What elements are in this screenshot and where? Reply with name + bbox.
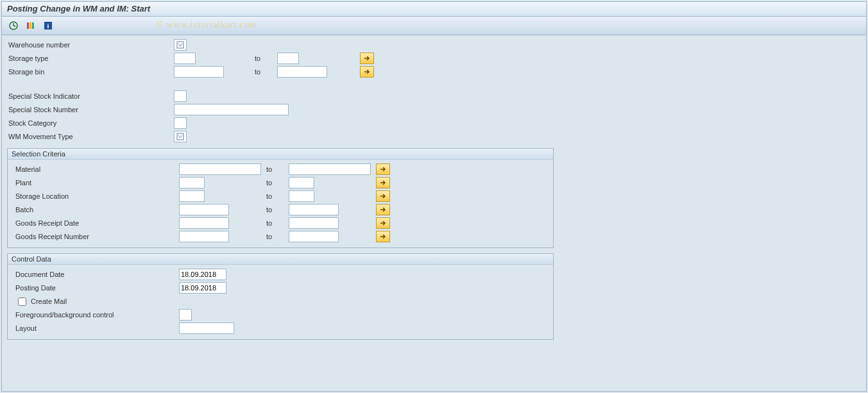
stock-category-input[interactable] [174,117,187,129]
material-to-input[interactable] [289,163,371,175]
plant-more-button[interactable] [376,177,390,188]
warehouse-number-label: Warehouse number [3,41,174,49]
document-date-label: Document Date [9,271,179,278]
gr-number-to-input[interactable] [289,231,339,242]
variant-button[interactable] [23,19,38,33]
info-button[interactable]: i [40,19,56,33]
plant-to-input[interactable] [289,177,314,188]
svg-line-2 [13,26,15,26]
arrow-right-icon [363,69,371,75]
app-window: Posting Change in WM and IM: Start i © w… [1,1,867,392]
fg-bg-control-input[interactable] [179,309,192,321]
svg-rect-4 [30,22,31,29]
search-help-icon [176,133,184,140]
to-label: to [255,54,277,62]
storage-bin-more-button[interactable] [360,66,374,78]
to-label: to [266,192,289,200]
toolbar: i © www.tutorialkart.com [2,17,866,35]
gr-number-label: Goods Receipt Number [9,233,179,240]
arrow-right-icon [379,166,387,172]
storage-type-to-input[interactable] [277,53,299,64]
form-area: Warehouse number Storage type to Storage… [2,35,866,342]
to-label: to [266,165,289,173]
selection-criteria-group: Selection Criteria Material to Plant to [7,148,554,248]
to-label: to [266,233,289,240]
info-icon: i [43,21,53,31]
document-date-input[interactable] [179,269,226,280]
material-from-input[interactable] [179,163,261,175]
warehouse-number-input[interactable] [174,39,187,51]
batch-more-button[interactable] [376,204,390,215]
posting-date-label: Posting Date [9,284,179,292]
page-title: Posting Change in WM and IM: Start [7,4,150,13]
svg-text:i: i [47,22,49,29]
arrow-right-icon [363,55,371,62]
batch-label: Batch [9,206,179,213]
to-label: to [266,179,289,187]
layout-input[interactable] [179,322,234,334]
gr-date-from-input[interactable] [179,217,229,229]
arrow-right-icon [379,233,387,240]
clock-execute-icon [8,21,19,31]
storage-type-from-input[interactable] [174,53,196,64]
storage-bin-label: Storage bin [3,68,174,76]
batch-to-input[interactable] [289,204,339,215]
arrow-right-icon [379,220,387,226]
wm-movement-type-input[interactable] [174,131,187,142]
fg-bg-control-label: Foreground/background control [9,311,179,319]
storage-location-to-input[interactable] [289,190,314,202]
material-more-button[interactable] [376,163,390,175]
storage-location-label: Storage Location [9,192,179,200]
stock-category-label: Stock Category [3,119,174,127]
create-mail-label: Create Mail [31,297,67,305]
gr-date-label: Goods Receipt Date [9,219,179,227]
spec-stock-num-label: Special Stock Number [3,106,174,113]
list-color-icon [26,21,36,31]
to-label: to [255,68,277,76]
posting-date-input[interactable] [179,282,226,294]
spec-stock-ind-label: Special Stock Indicator [3,92,174,100]
batch-from-input[interactable] [179,204,229,215]
svg-rect-3 [27,22,29,29]
storage-type-label: Storage type [3,54,174,62]
storage-bin-to-input[interactable] [277,66,327,78]
arrow-right-icon [379,193,387,199]
control-data-group: Control Data Document Date Posting Date … [7,253,554,340]
svg-rect-8 [177,42,183,48]
storage-type-more-button[interactable] [360,53,374,64]
arrow-right-icon [379,206,387,213]
svg-rect-9 [177,133,183,140]
selection-criteria-title: Selection Criteria [8,149,553,160]
storage-location-from-input[interactable] [179,190,205,202]
to-label: to [266,206,289,213]
gr-number-more-button[interactable] [376,231,390,242]
storage-bin-from-input[interactable] [174,66,224,78]
plant-label: Plant [9,179,179,187]
wm-movement-type-label: WM Movement Type [3,133,174,140]
material-label: Material [9,165,179,173]
create-mail-checkbox[interactable] [18,297,26,306]
arrow-right-icon [379,180,387,186]
plant-from-input[interactable] [179,177,205,188]
gr-number-from-input[interactable] [179,231,229,242]
execute-button[interactable] [6,19,21,33]
control-data-title: Control Data [8,254,553,265]
spec-stock-ind-input[interactable] [174,90,187,102]
search-help-icon [176,41,184,49]
gr-date-to-input[interactable] [289,217,339,229]
to-label: to [266,219,289,227]
title-bar: Posting Change in WM and IM: Start [2,2,866,17]
layout-label: Layout [9,324,179,332]
storage-location-more-button[interactable] [376,190,390,202]
watermark: © www.tutorialkart.com [156,19,257,30]
spec-stock-num-input[interactable] [174,104,289,115]
gr-date-more-button[interactable] [376,217,390,229]
svg-rect-5 [32,22,34,29]
